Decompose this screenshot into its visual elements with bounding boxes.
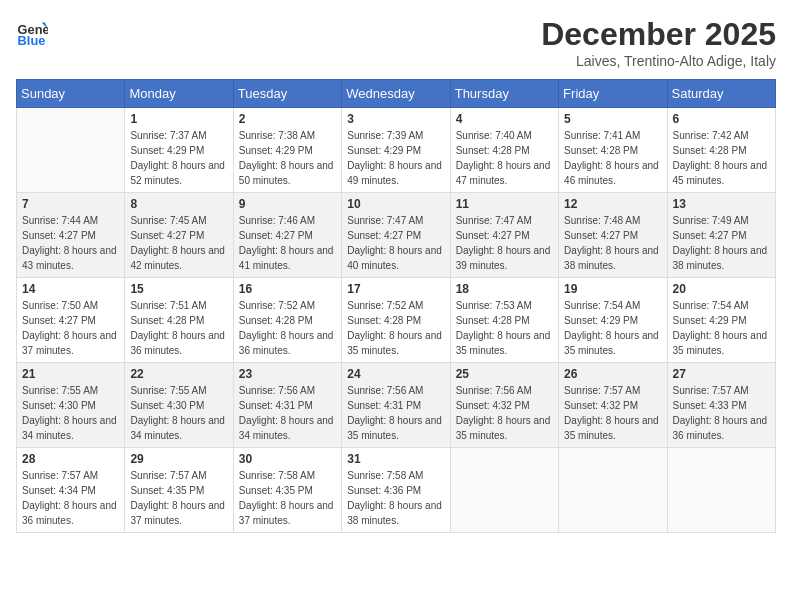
day-number: 5 [564,112,661,126]
calendar-day-cell: 10Sunrise: 7:47 AMSunset: 4:27 PMDayligh… [342,193,450,278]
calendar-day-cell: 2Sunrise: 7:38 AMSunset: 4:29 PMDaylight… [233,108,341,193]
day-number: 10 [347,197,444,211]
day-info: Sunrise: 7:53 AMSunset: 4:28 PMDaylight:… [456,298,553,358]
day-info: Sunrise: 7:42 AMSunset: 4:28 PMDaylight:… [673,128,770,188]
day-info: Sunrise: 7:56 AMSunset: 4:31 PMDaylight:… [347,383,444,443]
day-number: 30 [239,452,336,466]
day-number: 29 [130,452,227,466]
day-info: Sunrise: 7:45 AMSunset: 4:27 PMDaylight:… [130,213,227,273]
day-of-week-header: Monday [125,80,233,108]
calendar-header-row: SundayMondayTuesdayWednesdayThursdayFrid… [17,80,776,108]
day-number: 31 [347,452,444,466]
day-number: 11 [456,197,553,211]
day-number: 1 [130,112,227,126]
calendar-day-cell: 23Sunrise: 7:56 AMSunset: 4:31 PMDayligh… [233,363,341,448]
calendar-day-cell: 16Sunrise: 7:52 AMSunset: 4:28 PMDayligh… [233,278,341,363]
calendar-day-cell: 4Sunrise: 7:40 AMSunset: 4:28 PMDaylight… [450,108,558,193]
day-info: Sunrise: 7:49 AMSunset: 4:27 PMDaylight:… [673,213,770,273]
day-number: 6 [673,112,770,126]
day-info: Sunrise: 7:55 AMSunset: 4:30 PMDaylight:… [22,383,119,443]
calendar-day-cell [17,108,125,193]
day-info: Sunrise: 7:50 AMSunset: 4:27 PMDaylight:… [22,298,119,358]
calendar-day-cell: 20Sunrise: 7:54 AMSunset: 4:29 PMDayligh… [667,278,775,363]
day-number: 28 [22,452,119,466]
day-number: 27 [673,367,770,381]
day-number: 19 [564,282,661,296]
calendar-day-cell: 29Sunrise: 7:57 AMSunset: 4:35 PMDayligh… [125,448,233,533]
day-info: Sunrise: 7:54 AMSunset: 4:29 PMDaylight:… [673,298,770,358]
day-number: 16 [239,282,336,296]
title-block: December 2025 Laives, Trentino-Alto Adig… [541,16,776,69]
calendar-week-row: 14Sunrise: 7:50 AMSunset: 4:27 PMDayligh… [17,278,776,363]
day-info: Sunrise: 7:52 AMSunset: 4:28 PMDaylight:… [239,298,336,358]
calendar-week-row: 7Sunrise: 7:44 AMSunset: 4:27 PMDaylight… [17,193,776,278]
calendar-day-cell [559,448,667,533]
day-number: 9 [239,197,336,211]
calendar-day-cell: 1Sunrise: 7:37 AMSunset: 4:29 PMDaylight… [125,108,233,193]
calendar-day-cell: 27Sunrise: 7:57 AMSunset: 4:33 PMDayligh… [667,363,775,448]
calendar-day-cell: 25Sunrise: 7:56 AMSunset: 4:32 PMDayligh… [450,363,558,448]
day-number: 13 [673,197,770,211]
calendar-day-cell: 24Sunrise: 7:56 AMSunset: 4:31 PMDayligh… [342,363,450,448]
day-info: Sunrise: 7:37 AMSunset: 4:29 PMDaylight:… [130,128,227,188]
day-info: Sunrise: 7:57 AMSunset: 4:33 PMDaylight:… [673,383,770,443]
day-info: Sunrise: 7:51 AMSunset: 4:28 PMDaylight:… [130,298,227,358]
calendar-day-cell: 9Sunrise: 7:46 AMSunset: 4:27 PMDaylight… [233,193,341,278]
day-info: Sunrise: 7:39 AMSunset: 4:29 PMDaylight:… [347,128,444,188]
calendar-week-row: 21Sunrise: 7:55 AMSunset: 4:30 PMDayligh… [17,363,776,448]
day-number: 14 [22,282,119,296]
calendar-day-cell: 13Sunrise: 7:49 AMSunset: 4:27 PMDayligh… [667,193,775,278]
day-number: 26 [564,367,661,381]
calendar-day-cell: 19Sunrise: 7:54 AMSunset: 4:29 PMDayligh… [559,278,667,363]
day-number: 2 [239,112,336,126]
calendar-day-cell: 17Sunrise: 7:52 AMSunset: 4:28 PMDayligh… [342,278,450,363]
day-number: 3 [347,112,444,126]
day-number: 4 [456,112,553,126]
day-info: Sunrise: 7:48 AMSunset: 4:27 PMDaylight:… [564,213,661,273]
calendar-day-cell [667,448,775,533]
svg-text:Blue: Blue [18,33,46,48]
calendar-day-cell: 5Sunrise: 7:41 AMSunset: 4:28 PMDaylight… [559,108,667,193]
day-info: Sunrise: 7:47 AMSunset: 4:27 PMDaylight:… [456,213,553,273]
day-number: 8 [130,197,227,211]
calendar-day-cell: 11Sunrise: 7:47 AMSunset: 4:27 PMDayligh… [450,193,558,278]
day-info: Sunrise: 7:58 AMSunset: 4:35 PMDaylight:… [239,468,336,528]
calendar-week-row: 28Sunrise: 7:57 AMSunset: 4:34 PMDayligh… [17,448,776,533]
month-title: December 2025 [541,16,776,53]
day-number: 17 [347,282,444,296]
day-of-week-header: Wednesday [342,80,450,108]
day-info: Sunrise: 7:55 AMSunset: 4:30 PMDaylight:… [130,383,227,443]
day-of-week-header: Sunday [17,80,125,108]
day-info: Sunrise: 7:40 AMSunset: 4:28 PMDaylight:… [456,128,553,188]
day-info: Sunrise: 7:52 AMSunset: 4:28 PMDaylight:… [347,298,444,358]
day-info: Sunrise: 7:44 AMSunset: 4:27 PMDaylight:… [22,213,119,273]
calendar-day-cell: 21Sunrise: 7:55 AMSunset: 4:30 PMDayligh… [17,363,125,448]
day-number: 20 [673,282,770,296]
day-number: 18 [456,282,553,296]
calendar-day-cell: 31Sunrise: 7:58 AMSunset: 4:36 PMDayligh… [342,448,450,533]
day-info: Sunrise: 7:57 AMSunset: 4:32 PMDaylight:… [564,383,661,443]
day-info: Sunrise: 7:54 AMSunset: 4:29 PMDaylight:… [564,298,661,358]
day-info: Sunrise: 7:57 AMSunset: 4:35 PMDaylight:… [130,468,227,528]
day-of-week-header: Saturday [667,80,775,108]
day-number: 7 [22,197,119,211]
page-header: General Blue December 2025 Laives, Trent… [16,16,776,69]
calendar-day-cell: 26Sunrise: 7:57 AMSunset: 4:32 PMDayligh… [559,363,667,448]
logo: General Blue [16,16,48,48]
day-number: 12 [564,197,661,211]
day-info: Sunrise: 7:47 AMSunset: 4:27 PMDaylight:… [347,213,444,273]
calendar-day-cell [450,448,558,533]
calendar-day-cell: 8Sunrise: 7:45 AMSunset: 4:27 PMDaylight… [125,193,233,278]
calendar-week-row: 1Sunrise: 7:37 AMSunset: 4:29 PMDaylight… [17,108,776,193]
day-info: Sunrise: 7:38 AMSunset: 4:29 PMDaylight:… [239,128,336,188]
day-number: 22 [130,367,227,381]
day-of-week-header: Friday [559,80,667,108]
day-number: 23 [239,367,336,381]
location: Laives, Trentino-Alto Adige, Italy [541,53,776,69]
day-number: 24 [347,367,444,381]
calendar-day-cell: 12Sunrise: 7:48 AMSunset: 4:27 PMDayligh… [559,193,667,278]
calendar-day-cell: 18Sunrise: 7:53 AMSunset: 4:28 PMDayligh… [450,278,558,363]
calendar-day-cell: 3Sunrise: 7:39 AMSunset: 4:29 PMDaylight… [342,108,450,193]
day-info: Sunrise: 7:41 AMSunset: 4:28 PMDaylight:… [564,128,661,188]
day-number: 21 [22,367,119,381]
